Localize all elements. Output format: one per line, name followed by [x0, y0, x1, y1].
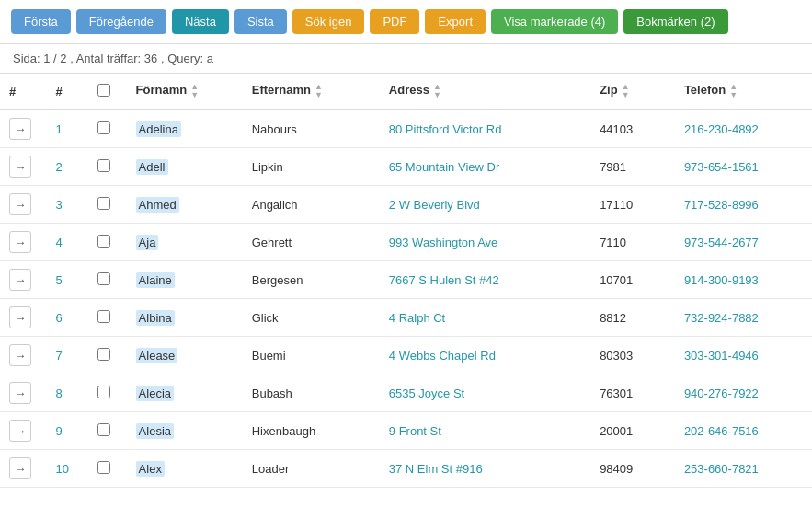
- row-checkbox[interactable]: [97, 423, 110, 436]
- select-all-checkbox[interactable]: [97, 84, 110, 97]
- zip-cell: 44103: [590, 109, 675, 148]
- col-addr-sort-icon[interactable]: ▲▼: [433, 83, 441, 99]
- col-lname-sort-icon[interactable]: ▲▼: [315, 83, 323, 99]
- row-nav-cell: →: [0, 261, 46, 299]
- col-zip-sort-icon[interactable]: ▲▼: [622, 83, 630, 99]
- row-nav-button[interactable]: →: [9, 193, 31, 215]
- row-number-link[interactable]: 8: [55, 386, 62, 400]
- address-link[interactable]: 2 W Beverly Blvd: [389, 198, 480, 212]
- pdf-button[interactable]: PDF: [370, 9, 419, 34]
- phone-link[interactable]: 732-924-7882: [684, 311, 759, 325]
- address-link[interactable]: 9 Front St: [389, 424, 441, 438]
- row-number-link[interactable]: 3: [55, 198, 62, 212]
- row-number[interactable]: 7: [46, 337, 88, 374]
- address-link[interactable]: 37 N Elm St #916: [389, 462, 483, 476]
- row-checkbox[interactable]: [97, 386, 110, 398]
- row-nav-button[interactable]: →: [9, 457, 31, 479]
- last-name-value: Loader: [252, 462, 289, 476]
- phone-link[interactable]: 973-654-1561: [684, 160, 759, 174]
- row-nav-cell: →: [0, 450, 46, 488]
- row-number-link[interactable]: 10: [55, 462, 68, 476]
- row-number[interactable]: 2: [46, 148, 88, 186]
- row-number[interactable]: 8: [46, 374, 88, 412]
- row-number[interactable]: 1: [46, 109, 88, 148]
- table-row: →1AdelinaNabours80 Pittsford Victor Rd44…: [0, 109, 812, 148]
- row-number[interactable]: 10: [46, 450, 88, 488]
- phone-link[interactable]: 216-230-4892: [684, 122, 759, 136]
- row-nav-button[interactable]: →: [9, 306, 31, 328]
- row-nav-cell: →: [0, 224, 46, 261]
- zip-cell: 98409: [590, 450, 675, 488]
- row-nav-button[interactable]: →: [9, 269, 31, 291]
- row-number-link[interactable]: 2: [55, 160, 62, 174]
- row-number[interactable]: 6: [46, 299, 88, 337]
- row-number[interactable]: 4: [46, 224, 88, 261]
- row-nav-button[interactable]: →: [9, 382, 31, 404]
- row-number[interactable]: 5: [46, 261, 88, 299]
- col-fname-label: Förnamn: [136, 83, 188, 97]
- search-again-button[interactable]: Sök igen: [292, 9, 365, 34]
- last-name-value: Lipkin: [252, 160, 283, 174]
- zip-cell: 7110: [590, 224, 675, 261]
- address-link[interactable]: 6535 Joyce St: [389, 386, 464, 400]
- row-checkbox[interactable]: [97, 310, 110, 323]
- row-nav-button[interactable]: →: [9, 344, 31, 366]
- row-checkbox[interactable]: [97, 348, 110, 361]
- row-number-link[interactable]: 1: [55, 122, 62, 136]
- row-number[interactable]: 9: [46, 412, 88, 450]
- last-name-cell: Hixenbaugh: [243, 412, 380, 450]
- row-number-link[interactable]: 5: [55, 273, 62, 287]
- address-link[interactable]: 4 Ralph Ct: [389, 311, 445, 325]
- address-link[interactable]: 4 Webbs Chapel Rd: [389, 349, 496, 363]
- first-name-value: Alaine: [136, 272, 175, 288]
- show-marked-button[interactable]: Visa markerade (4): [491, 9, 618, 34]
- row-number-link[interactable]: 4: [55, 236, 62, 249]
- phone-link[interactable]: 973-544-2677: [684, 236, 759, 249]
- row-number-link[interactable]: 9: [55, 424, 62, 438]
- first-name-cell: Aja: [127, 224, 243, 261]
- export-button[interactable]: Export: [425, 9, 486, 34]
- row-checkbox[interactable]: [97, 272, 110, 285]
- row-checkbox[interactable]: [97, 121, 110, 134]
- phone-link[interactable]: 253-660-7821: [684, 462, 759, 476]
- table-row: →9AlesiaHixenbaugh9 Front St20001202-646…: [0, 412, 812, 450]
- col-fname[interactable]: Förnamn▲▼: [127, 74, 243, 109]
- phone-cell: 973-654-1561: [675, 148, 812, 186]
- row-nav-button[interactable]: →: [9, 420, 31, 442]
- row-number-link[interactable]: 6: [55, 311, 62, 325]
- last-button[interactable]: Sista: [234, 9, 287, 34]
- previous-button[interactable]: Föregående: [76, 9, 166, 34]
- row-checkbox[interactable]: [97, 235, 110, 248]
- row-nav-button[interactable]: →: [9, 156, 31, 178]
- phone-link[interactable]: 202-646-7516: [684, 424, 759, 438]
- last-name-cell: Glick: [243, 299, 380, 337]
- first-name-value: Alex: [136, 461, 165, 477]
- phone-link[interactable]: 914-300-9193: [684, 273, 759, 287]
- last-name-value: Bubash: [252, 386, 292, 400]
- col-lname[interactable]: Efternamn▲▼: [243, 74, 380, 109]
- col-phone[interactable]: Telefon▲▼: [675, 74, 812, 109]
- first-button[interactable]: Första: [11, 9, 71, 34]
- row-nav-button[interactable]: →: [9, 118, 31, 140]
- row-nav-button[interactable]: →: [9, 231, 31, 253]
- address-link[interactable]: 65 Mountain View Dr: [389, 160, 499, 174]
- address-link[interactable]: 993 Washington Ave: [389, 236, 498, 249]
- row-number[interactable]: 3: [46, 186, 88, 224]
- row-checkbox[interactable]: [97, 461, 110, 474]
- phone-link[interactable]: 303-301-4946: [684, 349, 759, 363]
- address-link[interactable]: 80 Pittsford Victor Rd: [389, 122, 502, 136]
- address-link[interactable]: 7667 S Hulen St #42: [389, 273, 499, 287]
- bookmarks-button[interactable]: Bokmärken (2): [623, 9, 727, 34]
- row-number-link[interactable]: 7: [55, 349, 62, 363]
- col-addr[interactable]: Adress▲▼: [380, 74, 590, 109]
- row-checkbox[interactable]: [97, 159, 110, 172]
- zip-cell: 17110: [590, 186, 675, 224]
- phone-link[interactable]: 940-276-7922: [684, 386, 759, 400]
- row-checkbox[interactable]: [97, 197, 110, 210]
- col-zip[interactable]: Zip▲▼: [590, 74, 675, 109]
- col-phone-sort-icon[interactable]: ▲▼: [729, 83, 738, 99]
- next-button[interactable]: Nästa: [172, 9, 229, 34]
- col-fname-sort-icon[interactable]: ▲▼: [190, 83, 199, 99]
- phone-cell: 732-924-7882: [675, 299, 812, 337]
- phone-link[interactable]: 717-528-8996: [684, 198, 759, 212]
